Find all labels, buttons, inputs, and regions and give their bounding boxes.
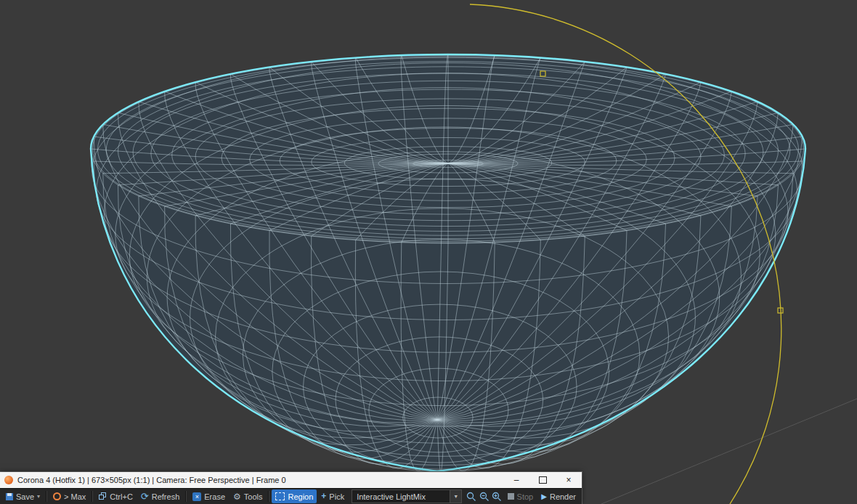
refresh-icon: ⟳ — [141, 492, 149, 500]
minimize-button[interactable]: – — [503, 472, 529, 488]
refresh-label: Refresh — [152, 492, 180, 501]
render-button[interactable]: ▶ Render — [537, 489, 580, 503]
corona-vfb-window: Corona 4 (Hotfix 1) | 673×505px (1:1) | … — [0, 472, 582, 504]
toolbar-separator — [268, 491, 269, 502]
vfb-toolbar: Save ▾ > Max Ctrl+C ⟳ Refresh × Erase — [0, 488, 582, 504]
window-controls: – × — [503, 472, 582, 488]
gear-icon: ⚙ — [233, 492, 241, 501]
save-button[interactable]: Save ▾ — [2, 489, 44, 503]
lightmix-dropdown-arrow-icon: ▼ — [450, 490, 461, 503]
region-label: Region — [288, 492, 313, 501]
render-play-icon: ▶ — [541, 492, 547, 500]
zoom-fit-icon — [466, 492, 476, 502]
copy-to-max-button[interactable]: > Max — [49, 489, 89, 503]
zoom-fit-button[interactable] — [466, 489, 477, 503]
vfb-titlebar[interactable]: Corona 4 (Hotfix 1) | 673×505px (1:1) | … — [0, 472, 582, 488]
erase-icon: × — [192, 492, 201, 501]
maximize-icon — [539, 476, 547, 484]
tools-button[interactable]: ⚙ Tools — [230, 489, 266, 503]
stop-button[interactable]: Stop — [504, 489, 537, 503]
erase-button[interactable]: × Erase — [189, 489, 229, 503]
stop-icon — [508, 493, 514, 500]
render-label: Render — [550, 492, 576, 501]
region-icon — [275, 492, 285, 500]
copy-label: Ctrl+C — [110, 492, 132, 501]
close-button[interactable]: × — [556, 472, 582, 488]
corona-app-icon — [4, 476, 13, 484]
maximize-button[interactable] — [529, 472, 556, 488]
lightmix-dropdown[interactable]: Interactive LightMix ▼ — [352, 489, 462, 503]
zoom-in-button[interactable] — [491, 489, 503, 503]
pick-icon: + — [321, 492, 326, 500]
3dsmax-viewport-screen: Corona 4 (Hotfix 1) | 673×505px (1:1) | … — [0, 0, 857, 504]
toolbar-separator — [46, 491, 47, 502]
zoom-out-button[interactable] — [479, 489, 490, 503]
toolbar-separator — [92, 491, 93, 502]
zoom-out-icon — [479, 492, 490, 502]
lightmix-value: Interactive LightMix — [352, 492, 450, 501]
tools-label: Tools — [244, 492, 263, 501]
stop-label: Stop — [517, 492, 534, 501]
viewport-canvas[interactable] — [0, 0, 857, 504]
erase-label: Erase — [204, 492, 225, 501]
save-dropdown-icon: ▾ — [37, 493, 40, 500]
pick-label: Pick — [329, 492, 344, 501]
zoom-in-icon — [492, 492, 502, 502]
region-toggle-button[interactable]: Region — [272, 489, 317, 503]
corona-logo-icon — [53, 492, 61, 500]
save-label: Save — [16, 492, 34, 501]
pick-button[interactable]: + Pick — [317, 489, 348, 503]
save-icon — [6, 493, 13, 500]
copy-button[interactable]: Ctrl+C — [95, 489, 136, 503]
copy-icon — [99, 492, 107, 500]
refresh-button[interactable]: ⟳ Refresh — [137, 489, 183, 503]
copy-to-max-label: > Max — [64, 492, 86, 501]
toolbar-separator — [185, 491, 187, 502]
grid-line — [601, 399, 857, 504]
vfb-window-title: Corona 4 (Hotfix 1) | 673×505px (1:1) | … — [17, 476, 286, 484]
